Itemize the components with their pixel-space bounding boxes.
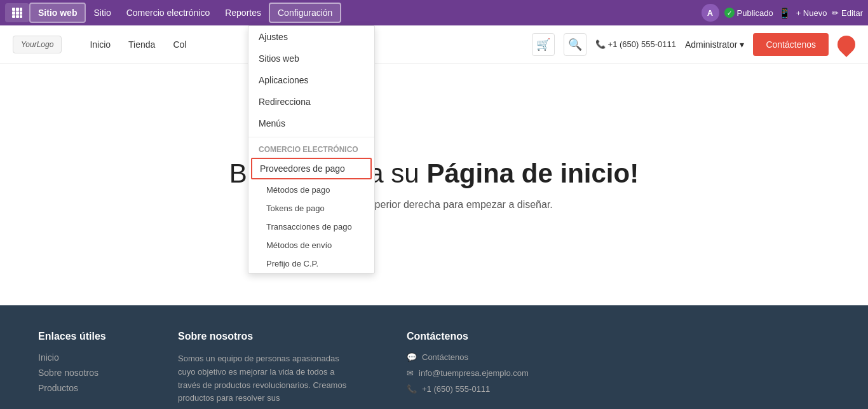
phone-number: +1 (650) 555-0111 xyxy=(608,39,676,49)
dropdown-tokens-pago[interactable]: Tokens de pago xyxy=(248,199,374,218)
droplet-icon xyxy=(834,32,859,57)
admin-nav-reportes[interactable]: Reportes xyxy=(217,4,269,22)
footer-col-enlaces: Enlaces útiles Inicio Sobre nosotros Pro… xyxy=(38,331,140,405)
dropdown-transacciones-pago[interactable]: Transacciones de pago xyxy=(248,218,374,236)
cart-icon[interactable]: 🛒 xyxy=(532,33,555,56)
admin-nav-sitioweb[interactable]: Sitio web xyxy=(29,3,86,23)
phone-icon: 📞 xyxy=(595,39,606,49)
editar-button[interactable]: ✏ Editar xyxy=(832,8,863,18)
hero-section: Bienvenido a su Página de inicio! …esqui… xyxy=(0,64,868,305)
svg-rect-1 xyxy=(16,8,19,11)
nuevo-button[interactable]: + Nuevo xyxy=(796,8,827,18)
admin-nav-comercio[interactable]: Comercio electrónico xyxy=(119,4,218,22)
dropdown-menus[interactable]: Menús xyxy=(248,113,374,134)
email-icon: ✉ xyxy=(407,368,414,378)
nav-tienda[interactable]: Tienda xyxy=(119,36,164,53)
svg-rect-6 xyxy=(12,15,15,18)
configuracion-dropdown: Ajustes Sitios web Aplicaciones Redirecc… xyxy=(248,25,375,274)
site-nav: YourLogo Inicio Tienda Col 🛒 🔍 📞 +1 (650… xyxy=(0,25,868,64)
footer: Enlaces útiles Inicio Sobre nosotros Pro… xyxy=(0,305,868,409)
phone-footer-icon: 📞 xyxy=(407,384,417,394)
svg-rect-3 xyxy=(12,11,15,15)
footer-col-contacto: Contáctenos 💬 Contáctenos ✉ info@tuempre… xyxy=(407,331,559,405)
logo-area: YourLogo xyxy=(13,36,62,53)
footer-sobre-heading: Sobre nosotros xyxy=(178,331,369,342)
svg-rect-0 xyxy=(12,8,15,11)
admin-label: Administrator xyxy=(685,39,737,50)
footer-contacto-heading: Contáctenos xyxy=(407,331,559,342)
chat-icon: 💬 xyxy=(407,352,417,362)
admin-bar-right: A Publicado 📱 + Nuevo ✏ Editar xyxy=(702,4,863,22)
mobile-icon: 📱 xyxy=(778,7,791,19)
search-icon[interactable]: 🔍 xyxy=(564,33,587,56)
site-nav-right: 🛒 🔍 📞 +1 (650) 555-0111 Administrator ▾ … xyxy=(532,33,855,56)
admin-bar: Sitio web Sitio Comercio electrónico Rep… xyxy=(0,0,868,25)
admin-dropdown[interactable]: Administrator ▾ xyxy=(685,39,744,50)
nav-inicio[interactable]: Inicio xyxy=(81,36,119,53)
logo: YourLogo xyxy=(13,36,62,53)
footer-enlaces-heading: Enlaces útiles xyxy=(38,331,140,342)
footer-link-sobre[interactable]: Sobre nosotros xyxy=(38,368,140,378)
svg-rect-4 xyxy=(16,11,19,15)
dropdown-proveedores-pago[interactable]: Proveedores de pago xyxy=(251,158,372,179)
footer-link-inicio[interactable]: Inicio xyxy=(38,352,140,363)
dropdown-divider xyxy=(248,137,374,137)
dropdown-metodos-envio[interactable]: Métodos de envío xyxy=(248,236,374,254)
contact-button[interactable]: Contáctenos xyxy=(753,33,829,56)
footer-contact-item-0: 💬 Contáctenos xyxy=(407,352,559,362)
hero-title-bold: Página de inicio! xyxy=(426,158,639,188)
phone-area: 📞 +1 (650) 555-0111 xyxy=(595,39,676,49)
footer-contact-label-0: Contáctenos xyxy=(422,352,468,362)
dropdown-section-ecommerce: Comercio electrónico xyxy=(248,140,374,156)
svg-rect-7 xyxy=(16,15,19,18)
dropdown-ajustes[interactable]: Ajustes xyxy=(248,26,374,48)
grid-menu-button[interactable] xyxy=(5,3,29,22)
svg-rect-5 xyxy=(20,11,22,15)
admin-nav-configuracion[interactable]: Configuración xyxy=(269,3,341,23)
admin-nav-sitio[interactable]: Sitio xyxy=(86,4,118,22)
admin-bar-left: Sitio web Sitio Comercio electrónico Rep… xyxy=(5,3,699,23)
footer-contact-item-2: 📞 +1 (650) 555-0111 xyxy=(407,384,559,394)
svg-rect-2 xyxy=(20,8,22,11)
dropdown-metodos-pago[interactable]: Métodos de pago xyxy=(248,181,374,199)
published-badge: Publicado xyxy=(724,8,773,18)
footer-link-productos[interactable]: Productos xyxy=(38,383,140,393)
avatar: A xyxy=(702,4,719,22)
dropdown-sitiosweb[interactable]: Sitios web xyxy=(248,48,374,69)
footer-contact-label-1: info@tuempresa.ejemplo.com xyxy=(419,368,529,378)
svg-rect-8 xyxy=(20,15,22,18)
chevron-down-icon: ▾ xyxy=(740,39,744,50)
footer-contact-label-2: +1 (650) 555-0111 xyxy=(422,384,490,394)
published-dot-icon xyxy=(724,8,735,18)
dropdown-redireccionas[interactable]: Redirecciona xyxy=(248,91,374,113)
dropdown-aplicaciones[interactable]: Aplicaciones xyxy=(248,69,374,91)
dropdown-prefijo-cp[interactable]: Prefijo de C.P. xyxy=(248,254,374,273)
footer-contact-item-1: ✉ info@tuempresa.ejemplo.com xyxy=(407,368,559,378)
published-label: Publicado xyxy=(737,8,773,18)
footer-col-sobre: Sobre nosotros Somos un equipo de person… xyxy=(178,331,369,405)
footer-sobre-text: Somos un equipo de personas apasionadas … xyxy=(178,352,356,405)
nav-col[interactable]: Col xyxy=(164,36,195,53)
